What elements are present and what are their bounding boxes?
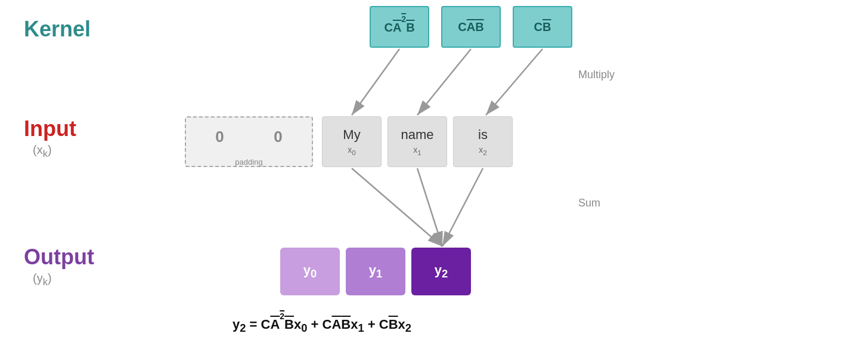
input-subscript: (xk) [33, 143, 52, 160]
arrow-k2-x1 [417, 49, 471, 115]
padding-label: padding [235, 158, 262, 166]
input-sub-2: x2 [479, 145, 486, 156]
input-sub-1: x1 [413, 145, 421, 156]
kernel-box-2: CAB [441, 6, 501, 48]
output-label-y2: y2 [435, 263, 448, 280]
multiply-label: Multiply [578, 69, 615, 81]
kernel-box-3: CB [513, 6, 572, 48]
arrow-k3-x2 [486, 49, 542, 115]
input-value-my: My [343, 127, 360, 143]
kernel-label: Kernel [24, 17, 91, 42]
arrow-x2-y2 [442, 168, 483, 246]
input-sub-0: x0 [348, 145, 355, 156]
sum-label: Sum [578, 197, 600, 209]
output-box-y2: y2 [411, 248, 471, 295]
output-box-y1: y1 [346, 248, 405, 295]
arrows-overlay [0, 0, 868, 358]
input-cell-my: My x0 [322, 116, 382, 167]
padding-cell-1: 0 [193, 118, 247, 156]
input-value-is: is [478, 127, 488, 143]
output-box-y0: y0 [280, 248, 340, 295]
input-value-name: name [401, 127, 433, 143]
arrow-k1-x0 [352, 49, 399, 115]
kernel-box-1: CA2B [370, 6, 429, 48]
input-cell-is: is x2 [453, 116, 513, 167]
formula: y2 = CA2Bx0 + CABx1 + CBx2 [232, 316, 411, 335]
arrow-x1-y2 [417, 168, 442, 246]
input-cell-name: name x1 [388, 116, 447, 167]
output-label-y1: y1 [369, 263, 382, 280]
output-label: Output [24, 245, 94, 270]
kernel-label-3: CB [534, 20, 551, 34]
output-label-y0: y0 [303, 263, 317, 280]
output-subscript: (yk) [33, 271, 52, 288]
kernel-label-2: CAB [458, 20, 483, 34]
padding-cell-2: 0 [252, 118, 305, 156]
padding-box: 0 0 padding [185, 116, 313, 167]
kernel-label-1: CA2B [384, 19, 414, 35]
input-label: Input [24, 116, 76, 141]
arrow-x0-y2 [352, 168, 442, 246]
